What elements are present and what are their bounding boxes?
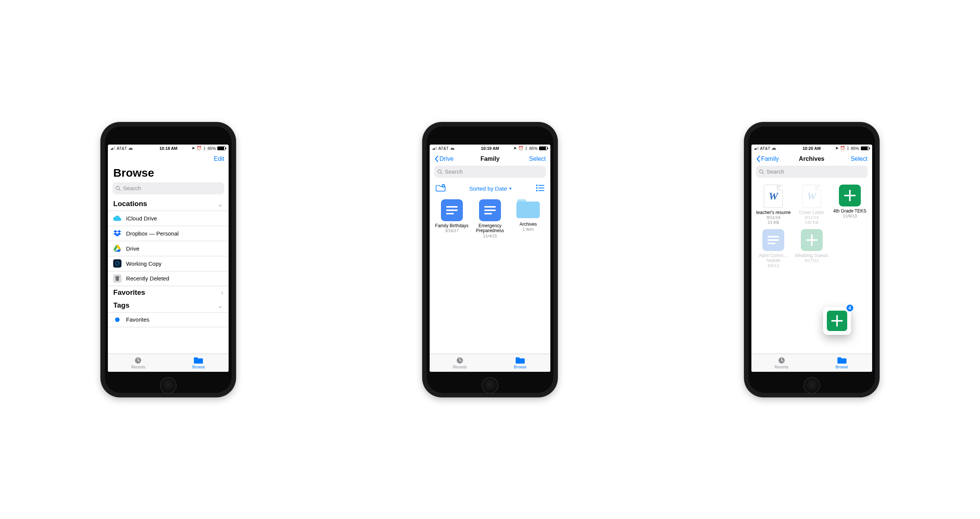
wifi-icon: [772, 147, 776, 150]
file-teachers-resume[interactable]: W teacher's resume 9/11/14 21 KB: [755, 185, 792, 225]
tag-favorites[interactable]: Favorites: [108, 312, 229, 327]
back-label: Drive: [439, 155, 453, 162]
svg-rect-8: [538, 185, 544, 186]
file-cover-letter[interactable]: W Cover Letter 9/11/14 142 KB: [793, 185, 830, 225]
section-tags-label: Tags: [113, 301, 129, 310]
phone-frame-3: AT&T 10:20 AM ➤ ⏰ ᛒ 85% Family Archives: [744, 122, 880, 398]
tab-recents[interactable]: Recents: [108, 354, 168, 372]
file-emergency-preparedness[interactable]: Emergency Preparedness 11/4/15: [471, 199, 508, 239]
location-icon: ➤: [192, 146, 195, 151]
tab-label: Recents: [775, 365, 788, 369]
file-4th-grade-teks[interactable]: 4th Grade TEKS 11/6/13: [831, 185, 868, 225]
tag-dot-icon: [113, 316, 121, 324]
list-item-label: Dropbox — Personal: [126, 230, 178, 237]
tab-bar: Recents Browse: [108, 354, 229, 372]
location-drive[interactable]: Drive: [108, 241, 229, 256]
section-favorites-label: Favorites: [113, 288, 145, 297]
tab-recents[interactable]: Recents: [751, 354, 812, 372]
tab-browse[interactable]: Browse: [812, 354, 872, 372]
drag-count-badge: 4: [846, 304, 854, 312]
file-name: Cover Letter: [799, 210, 824, 216]
location-dropbox[interactable]: Dropbox — Personal: [108, 226, 229, 241]
location-icloud[interactable]: iCloud Drive: [108, 211, 229, 226]
file-family-birthdays[interactable]: Family Birthdays 3/16/17: [433, 199, 470, 239]
tab-bar: Recents Browse: [751, 354, 872, 372]
working-copy-icon: [113, 259, 121, 268]
back-button[interactable]: Drive: [434, 155, 453, 162]
battery-icon: [217, 147, 226, 150]
home-button[interactable]: [482, 377, 498, 394]
file-wedding-guests[interactable]: Wedding Guests 6/17/13: [793, 229, 830, 269]
tab-recents[interactable]: Recents: [430, 354, 490, 372]
file-date: 9/5/13: [768, 263, 780, 268]
drag-preview[interactable]: 4: [823, 307, 851, 335]
list-view-button[interactable]: [536, 185, 544, 193]
chevron-left-icon: [756, 155, 760, 162]
tab-browse[interactable]: Browse: [490, 354, 550, 372]
status-bar: AT&T 10:18 AM ➤ ⏰ ᛒ 85%: [108, 145, 229, 152]
signal-icon: [111, 147, 115, 150]
folder-archives[interactable]: Archives 1 item: [510, 199, 547, 239]
select-button[interactable]: Select: [529, 155, 546, 162]
select-button[interactable]: Select: [851, 155, 867, 162]
file-name: Emergency Preparedness: [473, 224, 508, 234]
google-sheet-icon: [801, 229, 823, 251]
home-button[interactable]: [160, 377, 177, 394]
section-tags[interactable]: Tags ⌄: [108, 299, 229, 312]
edit-button[interactable]: Edit: [214, 155, 224, 162]
list-item-label: Favorites: [126, 316, 150, 323]
folder-icon: [837, 356, 846, 365]
google-doc-icon: [441, 199, 463, 221]
alarm-icon: ⏰: [840, 146, 845, 151]
search-input[interactable]: Search: [434, 166, 546, 178]
new-folder-icon: [436, 184, 445, 192]
clock-icon: [777, 356, 786, 365]
location-icon: ➤: [835, 146, 838, 151]
sort-button[interactable]: Sorted by Date ▼: [469, 185, 512, 192]
list-item-label: Recently Deleted: [126, 275, 169, 281]
home-button[interactable]: [803, 377, 820, 394]
phone-frame-2: AT&T 10:19 AM ➤ ⏰ ᛒ 85% Drive Family: [422, 122, 558, 398]
file-grid: Family Birthdays 3/16/17 Emergency Prepa…: [430, 194, 550, 244]
clock-icon: [455, 356, 465, 365]
svg-line-5: [441, 172, 442, 174]
file-am-comm-schedule[interactable]: A&M Comm…hedule 9/5/13: [755, 229, 792, 269]
svg-point-7: [536, 185, 538, 186]
list-item-label: iCloud Drive: [126, 215, 157, 222]
screen-archives: AT&T 10:20 AM ➤ ⏰ ᛒ 85% Family Archives: [751, 145, 872, 372]
phone-frame-1: AT&T 10:18 AM ➤ ⏰ ᛒ 85% Edit Browse: [100, 122, 236, 398]
svg-point-9: [536, 187, 538, 189]
chevron-right-icon: ›: [221, 288, 223, 297]
battery-pct: 85%: [851, 146, 859, 151]
screen-browse: AT&T 10:18 AM ➤ ⏰ ᛒ 85% Edit Browse: [108, 145, 229, 372]
folder-icon: [516, 199, 540, 218]
section-favorites[interactable]: Favorites ›: [108, 286, 229, 299]
screen-family: AT&T 10:19 AM ➤ ⏰ ᛒ 85% Drive Family: [430, 145, 550, 372]
folder-icon: [515, 356, 525, 365]
tab-label: Browse: [835, 365, 848, 369]
tab-browse[interactable]: Browse: [168, 354, 229, 372]
file-size: 142 KB: [805, 220, 819, 225]
carrier-label: AT&T: [760, 146, 770, 151]
chevron-down-icon: ⌄: [217, 200, 223, 208]
svg-rect-10: [538, 188, 544, 188]
location-working-copy[interactable]: Working Copy: [108, 256, 229, 271]
new-folder-button[interactable]: [436, 184, 445, 193]
search-placeholder: Search: [123, 185, 141, 192]
file-size: 21 KB: [768, 220, 779, 225]
back-button[interactable]: Family: [756, 155, 779, 162]
search-input[interactable]: Search: [112, 182, 224, 195]
page-title: Browse: [108, 166, 229, 182]
section-locations[interactable]: Locations ⌄: [108, 197, 229, 211]
battery-icon: [861, 147, 869, 150]
location-recently-deleted[interactable]: Recently Deleted: [108, 271, 229, 286]
signal-icon: [433, 147, 437, 150]
dropbox-icon: [113, 229, 121, 238]
google-doc-icon: [479, 199, 501, 221]
search-input[interactable]: Search: [756, 166, 868, 178]
file-name: Family Birthdays: [435, 224, 468, 229]
battery-pct: 85%: [207, 146, 216, 151]
file-name: teacher's resume: [756, 210, 791, 216]
bluetooth-icon: ᛒ: [847, 146, 850, 151]
tab-label: Recents: [131, 365, 145, 369]
